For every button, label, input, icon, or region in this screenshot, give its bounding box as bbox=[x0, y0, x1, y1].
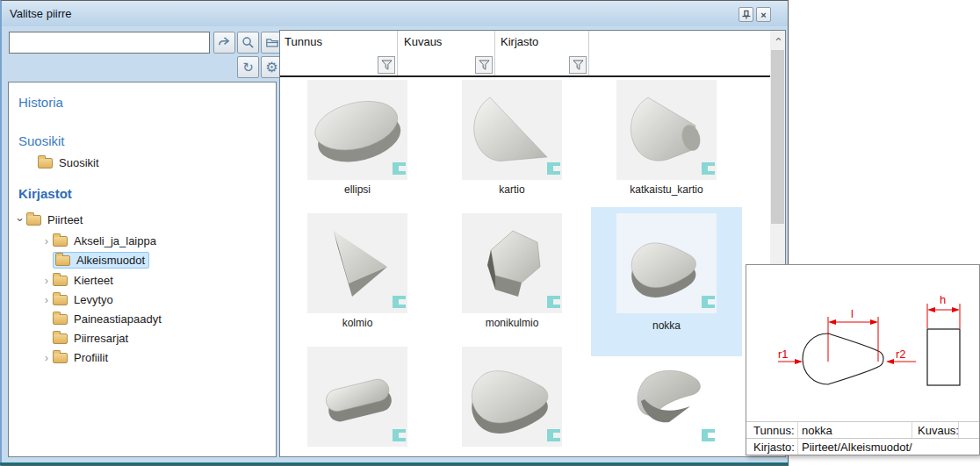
kolmio-thumbnail bbox=[307, 213, 407, 313]
chevron-right-icon[interactable]: › bbox=[40, 275, 53, 286]
filter-button-kirjasto[interactable] bbox=[569, 56, 587, 74]
filter-icon bbox=[479, 60, 490, 70]
folder-icon bbox=[53, 276, 68, 286]
go-arrow-icon bbox=[218, 36, 231, 49]
folder-icon bbox=[55, 255, 70, 266]
feature-label: ellipsi bbox=[282, 183, 433, 196]
feature-label: kartio bbox=[436, 183, 587, 196]
scrollbar-thumb[interactable] bbox=[771, 50, 784, 224]
feature-cell-row3-1[interactable] bbox=[282, 344, 433, 457]
folder-icon bbox=[265, 36, 279, 49]
folder-icon bbox=[53, 333, 68, 344]
tree-item-label: Kierteet bbox=[74, 274, 113, 287]
folder-icon bbox=[53, 236, 68, 247]
close-icon: × bbox=[760, 10, 766, 20]
tree-item-label: Piirteet bbox=[47, 213, 83, 226]
filter-icon bbox=[381, 60, 393, 70]
curved-wedge-thumbnail bbox=[616, 347, 717, 447]
feature-cell-row3-3[interactable] bbox=[591, 344, 742, 457]
feature-preview-panel: l r1 r2 h Tunnus: nokka Kuvaus: Kirj bbox=[746, 264, 980, 455]
sidebar-item-history[interactable]: Historia bbox=[18, 95, 63, 110]
preview-info-table: Tunnus: nokka Kuvaus: Kirjasto: Piirteet… bbox=[746, 421, 979, 455]
ellipsi-thumbnail bbox=[307, 80, 407, 180]
go-button[interactable] bbox=[213, 32, 235, 54]
feature-cell-kolmio[interactable]: kolmio bbox=[282, 211, 433, 342]
chevron-down-icon[interactable]: › bbox=[15, 213, 26, 226]
pin-button[interactable] bbox=[739, 7, 753, 22]
tree-item-label: Akseli_ja_laippa bbox=[74, 234, 156, 247]
scroll-up-button[interactable]: › bbox=[770, 31, 785, 47]
folder-icon bbox=[38, 158, 53, 168]
tree-item-alkeismuodot[interactable]: Alkeismuodot bbox=[40, 250, 149, 269]
teardrop2-thumbnail bbox=[462, 347, 562, 447]
feature-label: nokka bbox=[591, 319, 742, 332]
component-badge-icon bbox=[391, 296, 406, 312]
libraries-header[interactable]: Kirjastot bbox=[18, 186, 72, 201]
folder-icon bbox=[53, 353, 68, 363]
component-badge-icon bbox=[700, 296, 715, 312]
dialog-title: Valitse piirre bbox=[2, 7, 72, 20]
chevron-up-icon: › bbox=[771, 37, 784, 40]
filter-button-kuvaus[interactable] bbox=[475, 56, 493, 74]
feature-cell-kartio[interactable]: kartio bbox=[436, 77, 587, 209]
tree-item-piirresarjat[interactable]: Piirresarjat bbox=[40, 328, 128, 348]
nokka-thumbnail bbox=[616, 213, 717, 313]
feature-label: katkaistu_kartio bbox=[591, 183, 742, 196]
dim-label-r2: r2 bbox=[896, 348, 906, 361]
column-header-tunnus[interactable]: Tunnus bbox=[280, 31, 398, 75]
chevron-right-icon[interactable]: › bbox=[40, 352, 53, 363]
pin-icon bbox=[740, 9, 752, 20]
search-icon bbox=[241, 36, 255, 49]
folder-icon bbox=[26, 215, 41, 226]
tree-item-piirteet[interactable]: › Piirteet bbox=[14, 210, 83, 229]
feature-cell-row3-2[interactable] bbox=[436, 344, 587, 457]
column-header-kuvaus[interactable]: Kuvaus bbox=[400, 31, 495, 75]
dim-label-h: h bbox=[940, 293, 946, 306]
tree-item-profiilit[interactable]: › Profiilit bbox=[40, 348, 108, 367]
filter-button-tunnus[interactable] bbox=[378, 56, 395, 74]
refresh-button[interactable]: ↻ bbox=[237, 56, 259, 78]
select-feature-dialog: Valitse piirre × bbox=[0, 0, 789, 466]
feature-label: monikulmio bbox=[436, 317, 587, 329]
component-badge-icon bbox=[391, 429, 406, 445]
feature-cell-ellipsi[interactable]: ellipsi bbox=[282, 77, 433, 209]
feature-cell-monikulmio[interactable]: monikulmio bbox=[436, 211, 587, 342]
kirjasto-label: Kirjasto: bbox=[746, 441, 797, 454]
component-badge-icon bbox=[391, 162, 406, 178]
chevron-right-icon[interactable]: › bbox=[40, 235, 53, 247]
kuvaus-value bbox=[958, 422, 979, 438]
close-button[interactable]: × bbox=[756, 7, 771, 22]
column-header-kirjasto[interactable]: Kirjasto bbox=[496, 31, 589, 75]
component-badge-icon bbox=[545, 296, 560, 312]
tree-item-akseli-ja-laippa[interactable]: › Akseli_ja_laippa bbox=[40, 231, 156, 250]
folder-icon bbox=[53, 295, 68, 305]
katkaistu-kartio-thumbnail bbox=[616, 80, 717, 180]
slot-thumbnail bbox=[307, 347, 407, 447]
tree-item-suosikit[interactable]: Suosikit bbox=[38, 153, 99, 172]
feature-cell-nokka[interactable]: nokka bbox=[591, 207, 742, 356]
preview-row-kirjasto: Kirjasto: Piirteet/Alkeismuodot/ bbox=[746, 438, 979, 455]
kartio-thumbnail bbox=[462, 80, 562, 180]
tree-item-label: Profiilit bbox=[74, 351, 108, 364]
tree-item-paineastiapaadyt[interactable]: Paineastiapaadyt bbox=[40, 309, 162, 328]
favorites-header[interactable]: Suosikit bbox=[18, 133, 65, 148]
feature-cell-katkaistu-kartio[interactable]: katkaistu_kartio bbox=[591, 77, 742, 209]
feature-list-panel: Tunnus Kuvaus Kirjasto bbox=[279, 30, 786, 457]
tunnus-value: nokka bbox=[797, 422, 912, 438]
tree-item-label: Levytyo bbox=[74, 293, 113, 306]
tree-item-levytyo[interactable]: › Levytyo bbox=[40, 290, 113, 309]
kirjasto-value: Piirteet/Alkeismuodot/ bbox=[797, 439, 979, 455]
component-badge-icon bbox=[545, 162, 560, 178]
monikulmio-thumbnail bbox=[462, 213, 562, 313]
component-badge-icon bbox=[545, 429, 560, 445]
library-tree-panel: Historia Suosikit Suosikit Kirjastot › P… bbox=[8, 82, 277, 457]
search-button[interactable] bbox=[237, 32, 259, 54]
chevron-right-icon[interactable]: › bbox=[40, 294, 53, 305]
dimension-drawing: l r1 r2 h bbox=[746, 265, 979, 421]
tree-item-label: Alkeismuodot bbox=[76, 254, 145, 267]
search-input[interactable] bbox=[9, 32, 210, 54]
bottom-edge-accent bbox=[0, 462, 789, 465]
component-badge-icon bbox=[700, 162, 715, 178]
tree-item-kierteet[interactable]: › Kierteet bbox=[40, 270, 113, 290]
tree-item-label: Paineastiapaadyt bbox=[74, 312, 162, 326]
